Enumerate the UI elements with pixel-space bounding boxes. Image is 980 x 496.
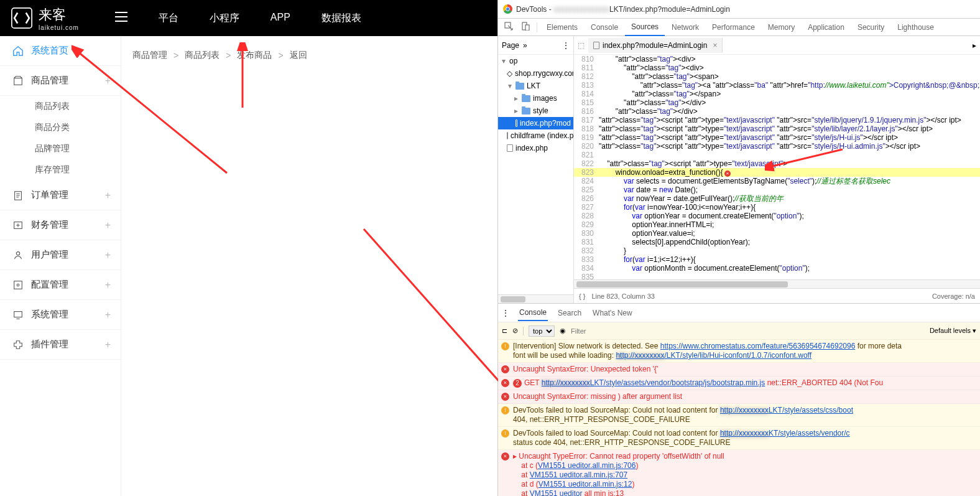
logo-icon <box>11 7 32 29</box>
tab-lighthouse[interactable]: Lighthouse <box>891 19 940 35</box>
expand-icon[interactable]: + <box>105 75 111 87</box>
code-panel: ⬚ index.php?module=AdminLogin× ▸ 810 "at… <box>574 36 980 303</box>
tree-folder-lkt[interactable]: ▾LKT <box>498 80 573 92</box>
drawer-tab-whatsnew[interactable]: What's New <box>591 306 634 321</box>
tab-network[interactable]: Network <box>665 19 705 35</box>
devtools-window: DevTools - xxxxxxxxxxxxxxxLKT/index.php?… <box>497 0 980 496</box>
page-tab[interactable]: Page <box>502 41 519 50</box>
coverage-label: Coverage: n/a <box>932 292 975 300</box>
sidebar-item-system[interactable]: 系统管理+ <box>0 300 121 330</box>
expand-icon[interactable]: + <box>105 190 111 201</box>
main-content: 商品管理> 商品列表> 发布商品> 返回 <box>121 36 497 496</box>
sidebar-sub-brand[interactable]: 品牌管理 <box>0 138 121 159</box>
topnav-miniprogram[interactable]: 小程序 <box>210 12 239 25</box>
console-output[interactable]: ![Intervention] Slow network is detected… <box>498 340 980 496</box>
sidebar-item-orders[interactable]: 订单管理+ <box>0 180 121 210</box>
expand-icon[interactable]: + <box>105 250 111 261</box>
code-scrollbar[interactable] <box>574 279 980 288</box>
tab-sources[interactable]: Sources <box>625 19 665 36</box>
sidebar-item-users[interactable]: 用户管理+ <box>0 240 121 270</box>
expand-panel-icon[interactable]: ▸ <box>969 41 980 50</box>
tab-security[interactable]: Security <box>851 19 890 35</box>
crumb-back[interactable]: 返回 <box>290 50 307 61</box>
tree-top[interactable]: ▾op <box>498 55 573 67</box>
tree-file-selected[interactable]: index.php?mod <box>498 117 573 129</box>
users-icon <box>11 250 25 261</box>
tab-application[interactable]: Application <box>802 19 851 35</box>
crumb-goods-list[interactable]: 商品列表 <box>185 50 220 61</box>
sidebar-home[interactable]: 系统首页 <box>0 36 121 66</box>
sidebar: 系统首页 商品管理 + 商品列表 商品分类 品牌管理 库存管理 订单管理+ 财务… <box>0 36 121 496</box>
menu-toggle-icon[interactable] <box>103 12 140 24</box>
filter-input[interactable] <box>571 327 645 335</box>
sidebar-sub-goods-category[interactable]: 商品分类 <box>0 117 121 138</box>
nav-back-icon[interactable]: ⬚ <box>574 41 588 50</box>
tree-file-childframe[interactable]: childframe (index.ph <box>498 129 573 142</box>
sidebar-item-config[interactable]: 配置管理+ <box>0 270 121 300</box>
sidebar-item-label: 插件管理 <box>31 339 68 350</box>
sidebar-item-goods[interactable]: 商品管理 + <box>0 66 121 96</box>
sidebar-sub-stock[interactable]: 库存管理 <box>0 159 121 180</box>
tab-memory[interactable]: Memory <box>762 19 801 35</box>
tree-file-index[interactable]: index.php <box>498 142 573 154</box>
device-icon[interactable] <box>517 19 534 35</box>
console-drawer: ⋮ Console Search What's New ⊏ ⊘ top ◉ De… <box>498 303 980 496</box>
tree-scrollbar[interactable] <box>498 294 573 303</box>
topbar: 来客 laiketui.com 平台 小程序 APP 数据报表 <box>0 0 497 36</box>
more-tabs-icon[interactable]: » <box>523 41 527 50</box>
sources-navigator: Page » ⋮ ▾op ◇ shop.rrygcwxy.com ▾LKT ▸i… <box>498 36 574 303</box>
sidebar-item-plugins[interactable]: 插件管理+ <box>0 330 121 360</box>
levels-select[interactable]: Default levels ▾ <box>930 327 976 335</box>
eye-icon[interactable]: ◉ <box>560 327 566 335</box>
cursor-position: Line 823, Column 33 <box>591 292 655 300</box>
sidebar-item-label: 商品管理 <box>31 75 68 87</box>
kebab-icon[interactable]: ⋮ <box>502 309 509 317</box>
system-icon <box>11 309 25 321</box>
expand-icon[interactable]: + <box>105 279 111 291</box>
tree-folder-style[interactable]: ▸style <box>498 105 573 117</box>
tab-elements[interactable]: Elements <box>540 19 584 35</box>
sidebar-item-label: 系统管理 <box>31 309 68 321</box>
tab-performance[interactable]: Performance <box>706 19 761 35</box>
top-nav: 平台 小程序 APP 数据报表 <box>159 12 361 25</box>
svg-rect-10 <box>525 25 529 30</box>
chrome-icon <box>503 4 512 14</box>
sidebar-toggle-icon[interactable]: ⊏ <box>502 327 507 335</box>
sidebar-home-label: 系统首页 <box>31 45 68 57</box>
expand-icon[interactable]: + <box>105 309 111 321</box>
topnav-app[interactable]: APP <box>270 12 290 25</box>
code-tab[interactable]: index.php?module=AdminLogin× <box>588 38 723 53</box>
topnav-platform[interactable]: 平台 <box>159 12 178 25</box>
expand-icon[interactable]: + <box>105 220 111 231</box>
plugin-icon <box>11 339 25 350</box>
devtools-title: DevTools - xxxxxxxxxxxxxxxLKT/index.php?… <box>516 5 730 14</box>
code-editor[interactable]: 810 "attr">class="tag"><div>811 "attr">c… <box>574 55 980 279</box>
finance-icon <box>11 220 25 231</box>
drawer-tab-console[interactable]: Console <box>518 305 548 321</box>
logo[interactable]: 来客 laiketui.com <box>0 6 90 31</box>
sidebar-item-finance[interactable]: 财务管理+ <box>0 210 121 240</box>
drawer-tab-search[interactable]: Search <box>557 306 583 321</box>
breadcrumb: 商品管理> 商品列表> 发布商品> 返回 <box>132 50 486 61</box>
logo-subtext: laiketui.com <box>39 24 79 31</box>
close-tab-icon[interactable]: × <box>713 41 717 50</box>
clear-console-icon[interactable]: ⊘ <box>512 327 518 335</box>
svg-rect-1 <box>14 78 22 85</box>
crumb-goods-mgmt[interactable]: 商品管理 <box>132 50 167 61</box>
crumb-publish[interactable]: 发布商品 <box>237 50 272 61</box>
context-select[interactable]: top <box>529 325 555 337</box>
tree-folder-images[interactable]: ▸images <box>498 92 573 105</box>
expand-icon[interactable]: + <box>105 339 111 350</box>
pretty-print-icon[interactable]: { } <box>579 292 585 300</box>
sidebar-sub-goods-list[interactable]: 商品列表 <box>0 96 121 117</box>
devtools-titlebar: DevTools - xxxxxxxxxxxxxxxLKT/index.php?… <box>498 0 980 19</box>
tree-domain[interactable]: ◇ shop.rrygcwxy.com <box>498 67 573 80</box>
svg-point-6 <box>17 284 19 286</box>
kebab-icon[interactable]: ⋮ <box>562 41 570 50</box>
inspect-icon[interactable] <box>501 19 517 35</box>
box-icon <box>11 75 25 87</box>
tab-console[interactable]: Console <box>585 19 624 35</box>
order-icon <box>11 190 25 201</box>
sidebar-item-label: 配置管理 <box>31 279 68 291</box>
topnav-reports[interactable]: 数据报表 <box>321 12 361 25</box>
